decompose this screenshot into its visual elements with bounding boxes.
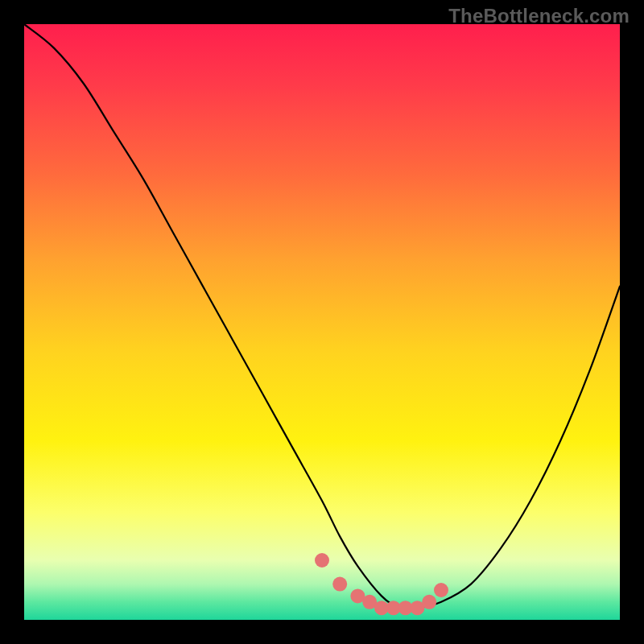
highlight-dot bbox=[422, 595, 436, 609]
chart-svg bbox=[24, 24, 620, 620]
watermark-text: TheBottleneck.com bbox=[448, 5, 630, 27]
chart-container: TheBottleneck.com bbox=[0, 0, 644, 644]
chart-background bbox=[24, 24, 620, 620]
plot-area bbox=[24, 24, 620, 620]
highlight-dot bbox=[332, 577, 347, 592]
highlight-dot bbox=[315, 553, 329, 568]
highlight-dot bbox=[434, 583, 448, 597]
